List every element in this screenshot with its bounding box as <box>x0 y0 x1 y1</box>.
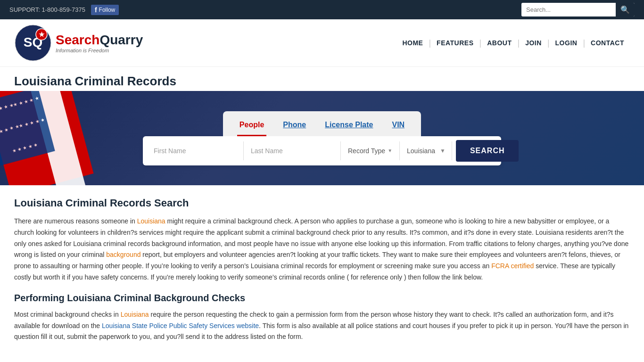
star-2: ★ ★ ★ ★ ★ <box>13 96 40 108</box>
section1-title: Louisiana Criminal Records Search <box>14 197 630 209</box>
section2-paragraph: Most criminal background checks in Louis… <box>14 309 630 343</box>
logo-tagline: Information is Freedom <box>56 48 143 53</box>
logo-svg: SQ ★ <box>14 24 52 62</box>
first-name-input[interactable] <box>147 141 244 160</box>
facebook-icon: f <box>95 6 97 14</box>
section1-paragraph: There are numerous reasons someone in Lo… <box>14 216 630 283</box>
record-type-arrow: ▼ <box>388 148 392 153</box>
tab-license-plate[interactable]: License Plate <box>322 117 375 136</box>
nav-join[interactable]: JOIN <box>520 37 547 49</box>
star-1: ★ ★ ★ ★ ★ <box>0 102 14 115</box>
page-title-area: Louisiana Criminal Records <box>0 67 644 91</box>
tab-phone[interactable]: Phone <box>281 117 308 136</box>
nav-home[interactable]: HOME <box>396 37 429 49</box>
nav-login[interactable]: LOGIN <box>550 37 583 49</box>
nav-links: HOME | FEATURES | ABOUT | JOIN | LOGIN |… <box>396 37 630 49</box>
section2-text1: Most criminal background checks in <box>14 311 121 318</box>
content-area: Louisiana Criminal Records Search There … <box>0 185 644 362</box>
record-type-dropdown[interactable]: Record Type ▼ <box>341 141 400 160</box>
nav-contact[interactable]: CONTACT <box>585 37 630 49</box>
last-name-input[interactable] <box>244 141 341 160</box>
support-text: SUPPORT: 1-800-859-7375 <box>9 6 85 13</box>
nav-bar: SQ ★ SearchQuarry Information is Freedom… <box>0 19 644 67</box>
nav-features[interactable]: FEATURES <box>431 37 479 49</box>
search-tabs: People Phone License Plate VIN <box>223 111 421 136</box>
logo-brand-name: SearchQuarry <box>56 33 143 48</box>
fb-follow-button[interactable]: f Follow <box>91 5 119 15</box>
top-bar: SUPPORT: 1-800-859-7375 f Follow 🔍 <box>0 0 644 19</box>
section2-title: Performing Louisiana Criminal Background… <box>14 293 630 304</box>
star-4: ★ ★ ★ ★ ★ <box>18 117 45 129</box>
louisiana-link-1[interactable]: Louisiana <box>137 217 165 225</box>
page-title: Louisiana Criminal Records <box>14 74 630 89</box>
tab-people[interactable]: People <box>237 117 266 136</box>
background-link[interactable]: background <box>106 251 140 258</box>
la-police-link[interactable]: Louisiana State Police Public Safety Ser… <box>102 322 259 329</box>
louisiana-link-2[interactable]: Louisiana <box>121 311 149 318</box>
tab-vin[interactable]: VIN <box>389 117 407 136</box>
state-arrow-icon: ▼ <box>440 148 446 154</box>
svg-text:★: ★ <box>39 31 45 38</box>
top-bar-left: SUPPORT: 1-800-859-7375 f Follow <box>9 5 119 15</box>
section1-text1: There are numerous reasons someone in <box>14 217 137 225</box>
star-5: ★ ★ ★ ★ ★ <box>11 141 38 154</box>
top-search-button[interactable]: 🔍 <box>616 3 635 16</box>
star-3: ★ ★ ★ ★ ★ <box>0 123 20 136</box>
state-select-wrapper: All States Alabama Alaska Arizona Arkans… <box>400 141 452 160</box>
fcra-link[interactable]: FCRA certified <box>491 262 534 270</box>
logo-area: SQ ★ SearchQuarry Information is Freedom <box>14 24 143 62</box>
fb-follow-label: Follow <box>99 7 116 13</box>
record-type-label: Record Type <box>348 147 385 155</box>
search-form: Record Type ▼ All States Alabama Alaska … <box>143 136 501 165</box>
flag-decoration: ★ ★ ★ ★ ★ ★ ★ ★ ★ ★ ★ ★ ★ ★ ★ ★ ★ ★ ★ ★ … <box>0 91 118 185</box>
top-search-bar: 🔍 <box>521 3 635 16</box>
hero-banner: ★ ★ ★ ★ ★ ★ ★ ★ ★ ★ ★ ★ ★ ★ ★ ★ ★ ★ ★ ★ … <box>0 91 644 185</box>
state-select[interactable]: All States Alabama Alaska Arizona Arkans… <box>402 141 440 160</box>
top-search-input[interactable] <box>521 4 616 16</box>
search-container: People Phone License Plate VIN Record Ty… <box>143 111 501 165</box>
logo-text: SearchQuarry Information is Freedom <box>56 33 143 53</box>
search-button[interactable]: SEARCH <box>456 140 519 162</box>
nav-about[interactable]: ABOUT <box>481 37 517 49</box>
